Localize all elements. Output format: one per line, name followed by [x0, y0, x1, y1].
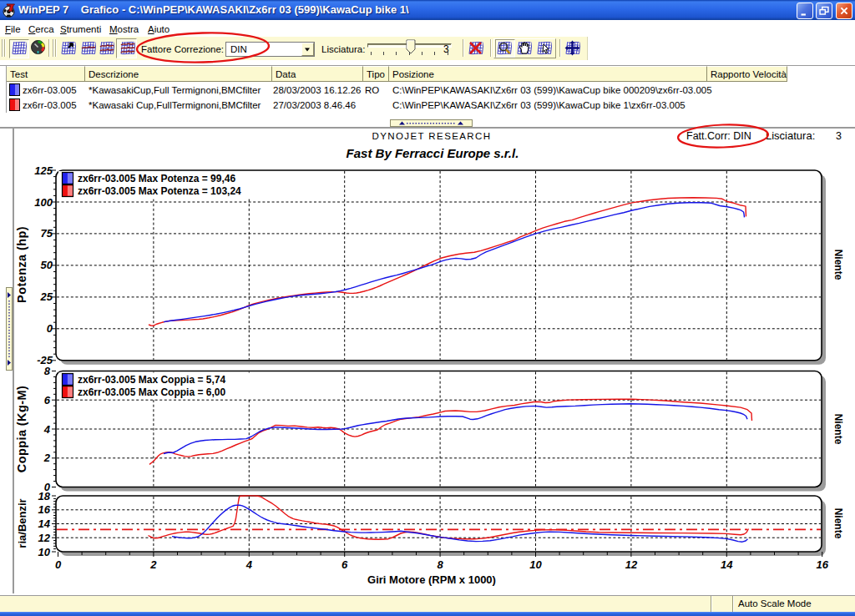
svg-text:Giri Motore (RPM x 1000): Giri Motore (RPM x 1000) [367, 573, 496, 586]
svg-text:14: 14 [721, 558, 733, 571]
svg-text:Lisciatura:: Lisciatura: [766, 129, 815, 142]
svg-text:6: 6 [341, 558, 348, 571]
svg-text:4: 4 [245, 558, 253, 571]
svg-text:0: 0 [47, 322, 53, 335]
svg-text:100: 100 [34, 196, 53, 209]
svg-text:Potenza (hp): Potenza (hp) [15, 226, 28, 303]
svg-text:6: 6 [44, 394, 51, 406]
svg-text:16: 16 [38, 503, 51, 516]
svg-text:4: 4 [43, 423, 51, 436]
svg-text:125: 125 [34, 164, 53, 177]
svg-text:16: 16 [816, 558, 828, 571]
svg-text:25: 25 [40, 290, 53, 303]
svg-text:14: 14 [38, 518, 51, 530]
svg-text:DYNOJET RESEARCH: DYNOJET RESEARCH [372, 131, 492, 141]
svg-text:zx6rr-03.005 Max Potenza = 103: zx6rr-03.005 Max Potenza = 103,24 [78, 185, 241, 197]
svg-text:10: 10 [529, 558, 542, 571]
svg-text:12: 12 [38, 532, 51, 544]
svg-text:75: 75 [41, 227, 53, 240]
svg-text:50: 50 [41, 259, 53, 271]
svg-text:zx6rr-03.005 Max Potenza = 99,: zx6rr-03.005 Max Potenza = 99,46 [78, 173, 235, 184]
svg-text:zx6rr-03.005 Max Coppia = 6,00: zx6rr-03.005 Max Coppia = 6,00 [78, 386, 225, 398]
svg-text:Niente: Niente [832, 508, 844, 539]
svg-text:18: 18 [38, 490, 51, 502]
svg-text:Fatt.Corr: DIN: Fatt.Corr: DIN [686, 130, 751, 142]
svg-text:3: 3 [836, 130, 842, 142]
svg-text:Niente: Niente [832, 250, 844, 280]
svg-text:2: 2 [149, 558, 157, 571]
svg-text:2: 2 [43, 452, 51, 464]
svg-text:zx6rr-03.005 Max Coppia = 5,74: zx6rr-03.005 Max Coppia = 5,74 [78, 374, 225, 386]
svg-text:0: 0 [55, 558, 62, 571]
svg-text:12: 12 [625, 558, 638, 571]
svg-text:Niente: Niente [832, 414, 844, 445]
svg-text:10: 10 [38, 546, 51, 558]
svg-text:Coppia (Kg-M): Coppia (Kg-M) [15, 386, 28, 472]
svg-text:8: 8 [44, 365, 51, 377]
svg-text:ria/Benzir: ria/Benzir [16, 498, 28, 548]
svg-text:Fast By Ferracci Europe s.r.l.: Fast By Ferracci Europe s.r.l. [347, 146, 519, 160]
svg-text:8: 8 [437, 558, 443, 571]
